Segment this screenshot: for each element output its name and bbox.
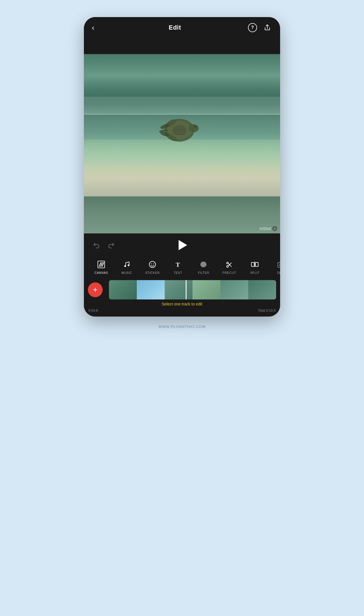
timeline-clip-6 <box>248 280 276 299</box>
filter-label: FILTER <box>198 271 209 274</box>
filter-icon <box>199 260 208 269</box>
top-bar <box>84 37 280 54</box>
undo-button[interactable] <box>92 241 101 250</box>
svg-point-16 <box>151 264 152 264</box>
timeline-clip-5 <box>220 280 248 299</box>
current-time: 0:04.8 <box>88 309 98 313</box>
timeline-track[interactable] <box>109 280 276 299</box>
tool-sticker[interactable]: STICKER <box>140 257 165 277</box>
precut-icon <box>225 260 233 269</box>
track-select-message: Select one track to edit <box>84 299 280 308</box>
split-icon <box>251 260 259 269</box>
video-blur-extension: InShot ✕ <box>84 196 280 233</box>
share-icon <box>264 24 271 31</box>
turtle-subject <box>154 109 205 150</box>
add-media-button[interactable]: + <box>88 282 103 297</box>
svg-line-24 <box>228 263 232 266</box>
phone-frame: ‹ Edit ? <box>84 17 280 317</box>
svg-rect-25 <box>251 262 254 266</box>
header: ‹ Edit ? <box>84 17 280 37</box>
tool-delete[interactable]: DEL <box>268 257 280 277</box>
precut-label: PRECUT <box>222 271 236 274</box>
timeline-clip-1 <box>109 280 137 299</box>
svg-point-4 <box>195 126 196 128</box>
undo-redo-group <box>92 241 116 250</box>
back-button[interactable]: ‹ <box>92 23 102 32</box>
music-label: MUSIC <box>121 271 132 274</box>
text-label: TEXT <box>174 271 182 274</box>
tool-precut[interactable]: PRECUT <box>216 257 242 277</box>
controls-area: CANVAS MUSIC <box>84 233 280 317</box>
playback-controls <box>84 238 280 257</box>
play-icon <box>179 240 187 250</box>
timeline-clip-3 <box>165 280 193 299</box>
delete-label: DEL <box>277 271 280 274</box>
svg-point-14 <box>128 264 129 266</box>
svg-rect-26 <box>255 262 258 266</box>
page-title: Edit <box>169 24 181 31</box>
tool-text[interactable]: T TEXT <box>165 257 191 277</box>
sticker-label: STICKER <box>145 271 160 274</box>
watermark-close[interactable]: ✕ <box>272 226 277 231</box>
timeline-clip-4 <box>193 280 220 299</box>
video-main-frame <box>84 54 280 196</box>
svg-point-17 <box>153 264 154 264</box>
sticker-icon <box>148 260 156 269</box>
help-button[interactable]: ? <box>248 23 257 32</box>
svg-point-15 <box>149 261 156 268</box>
split-label: SPLIT <box>250 271 259 274</box>
watermark: InShot ✕ <box>260 226 277 231</box>
canvas-icon <box>97 260 106 269</box>
redo-button[interactable] <box>107 241 116 250</box>
tool-split[interactable]: SPLIT <box>242 257 268 277</box>
svg-point-20 <box>201 262 207 267</box>
text-icon: T <box>174 260 182 269</box>
total-time: Total 0:10.5 <box>258 309 276 313</box>
timeline-area: + <box>84 280 280 299</box>
svg-point-13 <box>124 265 126 267</box>
svg-line-23 <box>228 264 232 267</box>
video-preview: InShot ✕ <box>84 54 280 233</box>
share-button[interactable] <box>262 23 272 32</box>
canvas-label: CANVAS <box>94 271 108 274</box>
svg-text:T: T <box>176 261 180 268</box>
delete-icon <box>276 260 280 269</box>
tool-music[interactable]: MUSIC <box>114 257 140 277</box>
tool-canvas[interactable]: CANVAS <box>88 257 114 277</box>
help-icon: ? <box>248 23 257 32</box>
tools-row: CANVAS MUSIC <box>84 257 280 280</box>
timestamp-bar: 0:04.8 Total 0:10.5 <box>84 308 280 317</box>
play-button[interactable] <box>175 238 189 252</box>
add-icon: + <box>93 286 98 294</box>
tool-filter[interactable]: FILTER <box>191 257 216 277</box>
svg-point-3 <box>189 124 199 132</box>
website-footer: WWW.PLANNTHAT.COM <box>158 325 206 329</box>
music-icon <box>123 260 131 269</box>
timeline-clip-2 <box>137 280 165 299</box>
header-actions: ? <box>248 23 272 32</box>
